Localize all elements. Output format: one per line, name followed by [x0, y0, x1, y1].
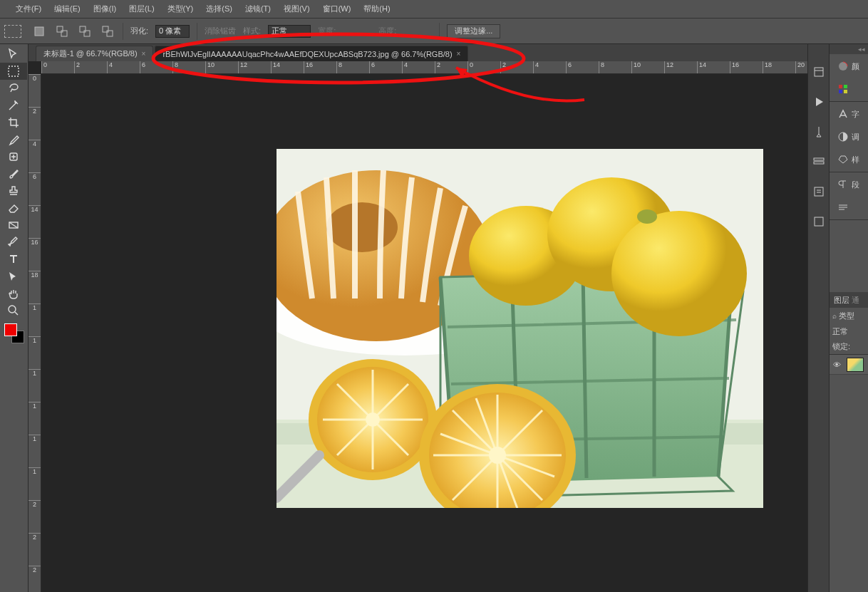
svg-rect-26: [815, 68, 823, 76]
ruler-vertical[interactable]: 0246141618111111222: [29, 74, 41, 592]
tool-stamp[interactable]: [0, 182, 27, 199]
tool-type[interactable]: [0, 251, 27, 268]
panel-collapse[interactable]: ◂◂: [830, 44, 868, 54]
svg-rect-30: [815, 217, 823, 226]
paragraph-panel-icon[interactable]: [812, 185, 825, 198]
right-icon-strip: [807, 44, 829, 592]
fg-swatch[interactable]: [4, 323, 17, 336]
layer-row[interactable]: 👁: [830, 355, 868, 375]
svg-rect-3: [80, 26, 86, 32]
menu-help[interactable]: 帮助(H): [358, 1, 396, 16]
close-icon[interactable]: ×: [457, 50, 461, 58]
document-area: 未标题-1 @ 66.7%(RGB/8)× rBEhWlJvEglIAAAAAA…: [29, 44, 807, 592]
lock-label: 锁定:: [832, 341, 850, 352]
tool-preview[interactable]: [4, 25, 21, 38]
select-subtract-icon[interactable]: [77, 24, 93, 39]
play-icon[interactable]: [812, 95, 825, 108]
svg-point-25: [489, 447, 506, 464]
antialias-label: 消除锯齿: [205, 26, 236, 36]
tool-lasso[interactable]: [0, 80, 27, 97]
clone-panel-icon[interactable]: [812, 155, 825, 168]
tool-hand[interactable]: [0, 285, 27, 302]
adjust-panel-icon[interactable]: 调: [835, 129, 863, 145]
tool-pen[interactable]: [0, 234, 27, 251]
menu-window[interactable]: 窗口(W): [317, 1, 357, 16]
svg-rect-2: [61, 31, 67, 36]
menu-select[interactable]: 选择(S): [200, 1, 238, 16]
ruler-horizontal[interactable]: 02468101214168642024681012141618202224: [41, 61, 807, 74]
feather-label: 羽化:: [130, 26, 148, 36]
svg-rect-28: [814, 162, 824, 164]
svg-rect-34: [839, 90, 842, 93]
canvas-image: [277, 149, 763, 508]
menu-filter[interactable]: 滤镜(T): [239, 1, 277, 16]
svg-rect-32: [839, 85, 842, 88]
tool-eraser[interactable]: [0, 199, 27, 217]
brush-panel-icon[interactable]: [812, 125, 825, 138]
tab-strip: 未标题-1 @ 66.7%(RGB/8)× rBEhWlJvEglIAAAAAA…: [29, 44, 807, 61]
menu-image[interactable]: 图像(I): [88, 1, 122, 16]
menu-file[interactable]: 文件(F): [10, 1, 47, 16]
document-tab-2[interactable]: rBEhWlJvEglIAAAAAAUqacPhc4wAAEfDQEXUpcAB…: [155, 46, 468, 61]
svg-rect-6: [107, 31, 113, 36]
svg-rect-5: [103, 26, 108, 32]
style-select[interactable]: 正常: [268, 25, 311, 38]
layers-panel: 图层 通 ⌕ 类型 正常 锁定: 👁: [829, 292, 868, 577]
tool-gradient[interactable]: [0, 217, 27, 234]
svg-point-18: [611, 211, 747, 336]
menu-type[interactable]: 类型(Y): [162, 1, 200, 16]
svg-rect-33: [844, 85, 847, 88]
svg-rect-7: [9, 66, 19, 76]
svg-point-19: [637, 209, 657, 224]
options-bar: 羽化: 消除锯齿 样式: 正常 宽度: 高度: 调整边缘...: [0, 19, 868, 44]
para-panel-icon[interactable]: 段: [835, 177, 863, 192]
visibility-icon[interactable]: 👁: [830, 360, 844, 369]
styles-panel-icon[interactable]: 样: [835, 152, 863, 167]
svg-rect-4: [84, 31, 90, 36]
menu-view[interactable]: 视图(V): [278, 1, 316, 16]
svg-rect-1: [57, 26, 63, 32]
refine-edge-button[interactable]: 调整边缘...: [447, 24, 500, 38]
height-label: 高度:: [378, 26, 396, 36]
color-swatches[interactable]: [4, 323, 24, 343]
svg-point-10: [9, 306, 16, 313]
canvas-zone[interactable]: [41, 74, 807, 592]
layer-filter-kind[interactable]: 类型: [839, 311, 854, 321]
tool-move[interactable]: [0, 46, 27, 63]
menu-bar: 文件(F) 编辑(E) 图像(I) 图层(L) 类型(Y) 选择(S) 滤镜(T…: [0, 0, 868, 19]
menu-edit[interactable]: 编辑(E): [48, 1, 86, 16]
svg-point-15: [326, 202, 398, 252]
tool-heal[interactable]: [0, 148, 27, 165]
document-tab-1[interactable]: 未标题-1 @ 66.7%(RGB/8)×: [36, 46, 153, 61]
style-label: 样式:: [243, 26, 261, 36]
svg-rect-35: [844, 90, 847, 93]
color-panel-icon[interactable]: 颜: [835, 58, 863, 74]
width-label: 宽度:: [318, 26, 336, 36]
history-icon[interactable]: [812, 66, 825, 78]
nav-panel-icon[interactable]: [835, 199, 863, 215]
info-panel-icon[interactable]: [812, 215, 825, 228]
tool-wand[interactable]: [0, 97, 27, 114]
tool-path[interactable]: [0, 268, 27, 285]
menu-layer[interactable]: 图层(L): [123, 1, 160, 16]
tool-brush[interactable]: [0, 165, 27, 182]
layers-tab[interactable]: 图层: [834, 295, 849, 306]
blend-mode-select[interactable]: 正常: [832, 326, 848, 337]
tool-crop[interactable]: [0, 114, 27, 131]
toolbox: [0, 44, 29, 592]
select-new-icon[interactable]: [31, 24, 47, 39]
channels-tab[interactable]: 通: [852, 295, 859, 306]
swatches-panel-icon[interactable]: [835, 81, 863, 97]
feather-input[interactable]: [155, 25, 190, 38]
svg-rect-27: [814, 158, 824, 160]
select-intersect-icon[interactable]: [100, 24, 115, 39]
select-add-icon[interactable]: [54, 24, 70, 39]
svg-rect-29: [815, 187, 823, 196]
close-icon[interactable]: ×: [142, 50, 146, 58]
tool-marquee[interactable]: [0, 63, 27, 80]
tool-eyedropper[interactable]: [0, 131, 27, 148]
char-panel-icon[interactable]: 字: [835, 106, 863, 122]
svg-rect-0: [35, 27, 43, 36]
layer-thumbnail: [847, 358, 864, 372]
tool-zoom[interactable]: [0, 302, 27, 319]
